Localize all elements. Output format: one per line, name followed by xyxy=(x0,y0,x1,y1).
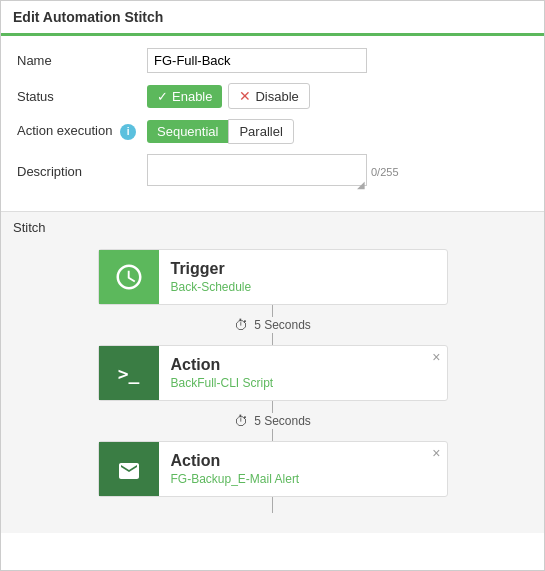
description-input[interactable] xyxy=(147,154,367,186)
description-label: Description xyxy=(17,164,147,179)
connector-label-2: 5 Seconds xyxy=(254,414,311,428)
trigger-icon-bg xyxy=(99,250,159,304)
action1-title: Action xyxy=(171,356,435,374)
connector-1: ⏱ 5 Seconds xyxy=(98,305,448,345)
action2-icon-bg xyxy=(99,442,159,496)
dialog-title: Edit Automation Stitch xyxy=(13,9,163,25)
name-row: Name xyxy=(17,48,528,73)
trigger-body: Trigger Back-Schedule xyxy=(159,250,447,304)
action1-close-button[interactable]: × xyxy=(432,350,440,364)
action2-body: Action FG-Backup_E-Mail Alert xyxy=(159,442,447,496)
dialog-header: Edit Automation Stitch xyxy=(1,1,544,36)
check-icon: ✓ xyxy=(157,89,168,104)
stitch-content: Trigger Back-Schedule ⏱ 5 Seconds >_ xyxy=(13,245,532,525)
name-input[interactable] xyxy=(147,48,367,73)
trigger-subtitle: Back-Schedule xyxy=(171,280,435,294)
action1-icon-bg: >_ xyxy=(99,346,159,400)
connector-row-1: ⏱ 5 Seconds xyxy=(234,317,311,333)
info-icon[interactable]: i xyxy=(120,124,136,140)
mail-icon xyxy=(116,459,142,479)
char-count: 0/255 xyxy=(371,166,399,178)
bottom-connector xyxy=(98,497,448,513)
execution-buttons: Sequential Parallel xyxy=(147,119,294,144)
connector-label-1: 5 Seconds xyxy=(254,318,311,332)
sequential-button[interactable]: Sequential xyxy=(147,120,228,143)
status-label: Status xyxy=(17,89,147,104)
connector-line-bottom-2 xyxy=(272,429,273,441)
parallel-button[interactable]: Parallel xyxy=(228,119,293,144)
cli-icon: >_ xyxy=(118,363,140,384)
connector-clock-icon-2: ⏱ xyxy=(234,413,248,429)
connector-row-2: ⏱ 5 Seconds xyxy=(234,413,311,429)
resize-handle: ◢ xyxy=(357,179,365,187)
disable-label: Disable xyxy=(255,89,298,104)
status-row: Status ✓ Enable ✕ Disable xyxy=(17,83,528,109)
clock-trigger-icon xyxy=(114,262,144,292)
action2-close-button[interactable]: × xyxy=(432,446,440,460)
action1-body: Action BackFull-CLI Script xyxy=(159,346,447,400)
connector-line-bottom-1 xyxy=(272,333,273,345)
connector-clock-icon-1: ⏱ xyxy=(234,317,248,333)
x-icon: ✕ xyxy=(239,88,251,104)
disable-button[interactable]: ✕ Disable xyxy=(228,83,309,109)
form-section: Name Status ✓ Enable ✕ Disable Action ex… xyxy=(1,36,544,211)
enable-label: Enable xyxy=(172,89,212,104)
status-btn-group: ✓ Enable ✕ Disable xyxy=(147,83,310,109)
connector-2: ⏱ 5 Seconds xyxy=(98,401,448,441)
bottom-connector-line xyxy=(272,497,273,513)
action1-subtitle: BackFull-CLI Script xyxy=(171,376,435,390)
connector-line-top-1 xyxy=(272,305,273,317)
trigger-card[interactable]: Trigger Back-Schedule xyxy=(98,249,448,305)
action-execution-row: Action execution i Sequential Parallel xyxy=(17,119,528,144)
description-row: Description ◢ 0/255 xyxy=(17,154,528,189)
action1-card[interactable]: >_ Action BackFull-CLI Script × xyxy=(98,345,448,401)
dialog: Edit Automation Stitch Name Status ✓ Ena… xyxy=(0,0,545,571)
stitch-label: Stitch xyxy=(13,220,532,235)
name-label: Name xyxy=(17,53,147,68)
action-execution-label: Action execution i xyxy=(17,123,147,140)
action2-card[interactable]: Action FG-Backup_E-Mail Alert × xyxy=(98,441,448,497)
description-container: ◢ xyxy=(147,154,367,189)
connector-line-top-2 xyxy=(272,401,273,413)
action2-title: Action xyxy=(171,452,435,470)
trigger-title: Trigger xyxy=(171,260,435,278)
stitch-section: Stitch Trigger Back-Schedule ⏱ xyxy=(1,211,544,533)
action2-subtitle: FG-Backup_E-Mail Alert xyxy=(171,472,435,486)
enable-button[interactable]: ✓ Enable xyxy=(147,85,222,108)
